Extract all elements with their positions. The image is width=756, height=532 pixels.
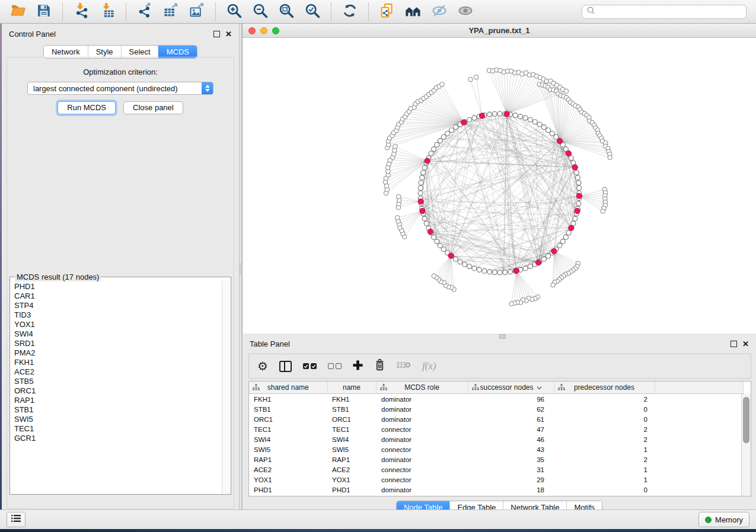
delete-column-button[interactable] bbox=[374, 359, 385, 373]
export-table-button[interactable] bbox=[161, 2, 180, 21]
import-network-button[interactable] bbox=[72, 2, 91, 21]
cell-name[interactable]: RAP1 bbox=[327, 454, 376, 464]
table-scrollbar-thumb[interactable] bbox=[743, 397, 749, 443]
cell-mcds-role[interactable]: dominator bbox=[376, 404, 468, 414]
cell-predecessor-nodes[interactable]: 1 bbox=[554, 464, 655, 475]
zoom-fit-button[interactable] bbox=[277, 2, 296, 21]
mcds-list-item[interactable]: SRD1 bbox=[11, 339, 222, 348]
delete-table-button[interactable] bbox=[397, 360, 411, 372]
cell-predecessor-nodes[interactable]: 1 bbox=[554, 444, 655, 454]
column-header-shared-name[interactable]: shared name bbox=[249, 382, 327, 394]
hide-selected-button[interactable] bbox=[430, 2, 449, 21]
close-panel-button[interactable]: Close panel bbox=[123, 101, 183, 114]
create-column-button[interactable] bbox=[353, 360, 363, 373]
cell-name[interactable]: ACE2 bbox=[327, 464, 376, 475]
mcds-list-item[interactable]: SWI5 bbox=[11, 415, 222, 424]
cell-predecessor-nodes[interactable]: 2 bbox=[554, 424, 655, 434]
network-titlebar[interactable]: YPA_prune.txt_1 bbox=[243, 24, 756, 38]
cell-shared-name[interactable]: STB1 bbox=[249, 404, 327, 414]
column-header-predecessor-nodes[interactable]: predecessor nodes bbox=[554, 382, 655, 394]
mcds-list-item[interactable]: TID3 bbox=[11, 310, 222, 320]
open-file-button[interactable] bbox=[8, 2, 27, 21]
table-scrollbar[interactable] bbox=[741, 394, 751, 496]
column-header-successor-nodes[interactable]: successor nodes bbox=[468, 382, 554, 394]
duplicate-network-button[interactable] bbox=[378, 2, 397, 21]
mcds-list-item[interactable]: FKH1 bbox=[11, 358, 222, 367]
function-builder-button[interactable]: f(x) bbox=[422, 360, 436, 372]
mcds-list-item[interactable]: STB1 bbox=[11, 405, 222, 415]
cell-successor-nodes[interactable]: 47 bbox=[468, 424, 554, 434]
task-history-button[interactable] bbox=[7, 512, 25, 527]
cell-successor-nodes[interactable]: 46 bbox=[468, 434, 554, 444]
cell-successor-nodes[interactable]: 35 bbox=[468, 454, 554, 464]
cell-predecessor-nodes[interactable]: 1 bbox=[554, 475, 655, 485]
table-row[interactable]: FKH1FKH1dominator962 bbox=[249, 394, 744, 405]
network-graph-svg[interactable] bbox=[243, 38, 756, 334]
cell-successor-nodes[interactable]: 62 bbox=[468, 404, 554, 414]
tab-network[interactable]: Network bbox=[44, 46, 88, 58]
mcds-list-item[interactable]: PMA2 bbox=[11, 348, 222, 358]
mcds-list-item[interactable]: ACE2 bbox=[11, 367, 222, 377]
select-all-button[interactable] bbox=[303, 363, 317, 369]
cell-mcds-role[interactable]: connector bbox=[376, 475, 468, 485]
float-panel-icon[interactable] bbox=[731, 341, 737, 347]
show-columns-button[interactable] bbox=[279, 361, 292, 372]
cell-successor-nodes[interactable]: 18 bbox=[468, 485, 554, 495]
cell-name[interactable]: SWI4 bbox=[327, 434, 376, 444]
mcds-list-item[interactable]: STP4 bbox=[11, 301, 222, 310]
mcds-list-item[interactable]: STB5 bbox=[11, 377, 222, 386]
cell-mcds-role[interactable]: dominator bbox=[376, 394, 468, 405]
search-box[interactable] bbox=[582, 5, 747, 19]
table-row[interactable]: ACE2ACE2connector311 bbox=[249, 464, 744, 475]
tab-style[interactable]: Style bbox=[88, 46, 121, 58]
save-session-button[interactable] bbox=[34, 2, 53, 21]
cell-name[interactable]: FKH1 bbox=[327, 394, 376, 405]
table-row[interactable]: PHD1PHD1dominator180 bbox=[249, 485, 744, 495]
table-row[interactable]: RAP1RAP1dominator352 bbox=[249, 454, 744, 464]
cell-shared-name[interactable]: RAP1 bbox=[249, 454, 327, 464]
cell-mcds-role[interactable]: connector bbox=[376, 464, 468, 475]
mcds-list-item[interactable]: CAR1 bbox=[11, 291, 222, 301]
cell-shared-name[interactable]: SWI5 bbox=[249, 444, 327, 454]
cell-predecessor-nodes[interactable]: 2 bbox=[554, 434, 655, 444]
deselect-all-button[interactable] bbox=[328, 363, 342, 369]
cell-predecessor-nodes[interactable]: 2 bbox=[554, 454, 655, 464]
mcds-list-item[interactable]: SWI4 bbox=[11, 329, 222, 339]
mcds-list-item[interactable]: ORC1 bbox=[11, 386, 222, 396]
column-header-mcds-role[interactable]: MCDS role bbox=[376, 382, 468, 394]
mcds-list-scrollbar[interactable] bbox=[222, 281, 230, 493]
mcds-list-item[interactable]: PHD1 bbox=[11, 282, 222, 291]
panel-resize-handle[interactable] bbox=[499, 334, 506, 339]
run-mcds-button[interactable]: Run MCDS bbox=[58, 101, 116, 114]
close-panel-icon[interactable]: ✕ bbox=[742, 340, 749, 348]
zoom-in-button[interactable] bbox=[225, 2, 244, 21]
cell-successor-nodes[interactable]: 29 bbox=[468, 475, 554, 485]
cell-name[interactable]: ORC1 bbox=[327, 414, 376, 424]
refresh-button[interactable] bbox=[340, 2, 359, 21]
cell-name[interactable]: TEC1 bbox=[327, 424, 376, 434]
zoom-out-button[interactable] bbox=[251, 2, 270, 21]
cell-predecessor-nodes[interactable]: 0 bbox=[554, 414, 655, 424]
cell-mcds-role[interactable]: connector bbox=[376, 444, 468, 454]
mcds-list-item[interactable]: GCR1 bbox=[11, 434, 222, 443]
table-row[interactable]: YOX1YOX1connector291 bbox=[249, 475, 744, 485]
cell-predecessor-nodes[interactable]: 0 bbox=[554, 404, 655, 414]
cell-shared-name[interactable]: PHD1 bbox=[249, 485, 327, 495]
mcds-list-item[interactable]: RAP1 bbox=[11, 396, 222, 405]
close-panel-icon[interactable]: ✕ bbox=[225, 30, 232, 38]
table-row[interactable]: SWI5SWI5connector431 bbox=[249, 444, 744, 454]
cell-shared-name[interactable]: TEC1 bbox=[249, 424, 327, 434]
cell-successor-nodes[interactable]: 61 bbox=[468, 414, 554, 424]
cell-predecessor-nodes[interactable]: 2 bbox=[554, 394, 655, 405]
import-table-button[interactable] bbox=[98, 2, 117, 21]
cell-successor-nodes[interactable]: 31 bbox=[468, 464, 554, 475]
cell-name[interactable]: SWI5 bbox=[327, 444, 376, 454]
mcds-list-item[interactable]: TEC1 bbox=[11, 424, 222, 434]
column-header-name[interactable]: name bbox=[327, 382, 376, 394]
optimization-criterion-select[interactable]: largest connected component (undirected) bbox=[27, 82, 213, 95]
export-network-button[interactable] bbox=[135, 2, 154, 21]
cell-mcds-role[interactable]: dominator bbox=[376, 434, 468, 444]
table-row[interactable]: STB1STB1dominator620 bbox=[249, 404, 744, 414]
table-row[interactable]: SWI4SWI4dominator462 bbox=[249, 434, 744, 444]
cell-shared-name[interactable]: ACE2 bbox=[249, 464, 327, 475]
